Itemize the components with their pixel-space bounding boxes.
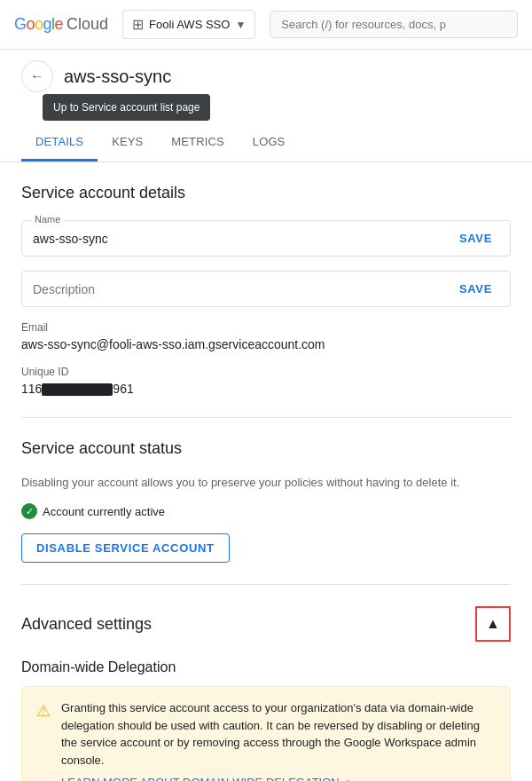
google-cloud-logo: Google Cloud — [14, 15, 108, 34]
back-tooltip: Up to Service account list page — [43, 94, 210, 121]
learn-more-link[interactable]: LEARN MORE ABOUT DOMAIN-WIDE DELEGATION … — [61, 776, 350, 781]
page-title: aws-sso-sync — [64, 67, 171, 87]
tab-details[interactable]: DETAILS — [21, 124, 98, 162]
status-subtitle: Disabling your account allows you to pre… — [21, 476, 511, 489]
description-input[interactable] — [33, 282, 452, 296]
project-grid-icon: ⊞ — [132, 16, 144, 33]
tab-logs[interactable]: LOGS — [239, 124, 300, 162]
status-badge: ✓ Account currently active — [21, 503, 511, 519]
content: Service account details Name SAVE SAVE E… — [0, 162, 532, 781]
tab-metrics[interactable]: METRICS — [157, 124, 238, 162]
warning-content: Granting this service account access to … — [61, 699, 496, 781]
tab-keys[interactable]: KEYS — [98, 124, 157, 162]
header: Google Cloud ⊞ Fooli AWS SSO ▼ — [0, 0, 532, 50]
status-text: Account currently active — [43, 505, 165, 518]
name-field-group: Name SAVE — [21, 220, 511, 256]
search-input[interactable] — [270, 11, 518, 38]
name-label: Name — [31, 214, 64, 225]
name-input[interactable] — [33, 232, 452, 246]
service-account-details-section: Service account details Name SAVE SAVE E… — [21, 184, 511, 396]
unique-id-value: 116961 — [21, 382, 511, 396]
project-name: Fooli AWS SSO — [149, 18, 230, 31]
unique-id-field: Unique ID 116961 — [21, 366, 511, 396]
unique-id-suffix: 961 — [113, 382, 133, 396]
back-button[interactable]: ← — [21, 60, 53, 92]
logo-cloud: Cloud — [66, 15, 108, 34]
description-field-group: SAVE — [21, 271, 511, 307]
chevron-down-icon: ▼ — [235, 19, 246, 31]
name-save-button[interactable]: SAVE — [452, 228, 499, 248]
check-icon: ✓ — [21, 503, 37, 519]
email-field: Email aws-sso-sync@fooli-aws-sso.iam.gse… — [21, 321, 511, 351]
description-input-wrapper: SAVE — [21, 271, 511, 307]
domain-wide-delegation: Domain-wide Delegation ⚠ Granting this s… — [21, 659, 511, 781]
section-title-status: Service account status — [21, 439, 511, 458]
disable-service-account-button[interactable]: DISABLE SERVICE ACCOUNT — [21, 533, 230, 563]
delegation-title: Domain-wide Delegation — [21, 659, 511, 675]
unique-id-label: Unique ID — [21, 366, 511, 378]
unique-id-redacted — [42, 383, 113, 396]
section-title-advanced: Advanced settings — [21, 615, 152, 634]
advanced-settings-section: Advanced settings ▲ Domain-wide Delegati… — [21, 584, 511, 781]
warning-box: ⚠ Granting this service account access t… — [21, 686, 511, 781]
external-link-icon: ↗ — [342, 777, 350, 781]
service-account-status-section: Service account status Disabling your ac… — [21, 417, 511, 563]
email-label: Email — [21, 321, 511, 334]
section-title-details: Service account details — [21, 184, 511, 202]
unique-id-prefix: 116 — [21, 382, 42, 396]
collapse-icon: ▲ — [486, 616, 500, 632]
advanced-settings-header: Advanced settings ▲ — [21, 606, 511, 642]
project-selector[interactable]: ⊞ Fooli AWS SSO ▼ — [122, 10, 255, 39]
page-header: ← aws-sso-sync — [0, 50, 532, 92]
warning-icon: ⚠ — [36, 701, 51, 781]
name-input-wrapper: Name SAVE — [21, 220, 511, 256]
collapse-button[interactable]: ▲ — [475, 606, 511, 642]
warning-text: Granting this service account access to … — [61, 699, 496, 769]
logo-text: Google — [14, 15, 63, 34]
email-value: aws-sso-sync@fooli-aws-sso.iam.gservicea… — [21, 337, 511, 351]
description-save-button[interactable]: SAVE — [452, 279, 499, 299]
tabs: DETAILS KEYS METRICS LOGS — [0, 124, 532, 162]
